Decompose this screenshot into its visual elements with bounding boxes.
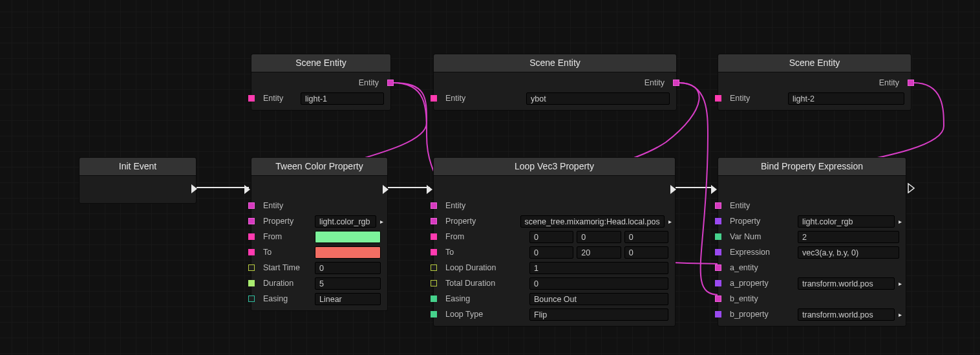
input-label: Entity [434,94,526,103]
var-num-port[interactable] [715,233,721,240]
entity-label: Entity [434,201,465,210]
entity-label: Entity [718,201,750,210]
loop-duration-field[interactable]: 1 [529,262,668,274]
easing-label: Easing [251,294,315,303]
from-color-swatch[interactable] [315,231,381,243]
b-property-field[interactable]: transform.world.pos [798,308,895,321]
flow-in-port[interactable] [711,185,717,194]
to-port[interactable] [248,249,255,255]
expression-field[interactable]: vec3(a.y, b.y, 0) [798,246,899,259]
flow-out-port[interactable] [670,185,676,194]
to-label: To [434,248,529,257]
output-label: Entity [644,78,676,87]
easing-port[interactable] [248,296,255,302]
to-x-field[interactable]: 0 [529,246,573,259]
a-property-port[interactable] [715,280,721,286]
chevron-right-icon[interactable]: ▸ [899,218,902,225]
easing-port[interactable] [431,296,437,302]
a-entity-label: a_entity [718,263,758,272]
property-port[interactable] [248,218,255,224]
node-scene-entity-3[interactable]: Scene Entity Entity Entity light-2 [718,54,911,111]
start-time-label: Start Time [251,263,315,272]
b-entity-label: b_entity [718,294,758,303]
property-port[interactable] [715,218,721,224]
a-entity-port[interactable] [715,264,721,271]
from-port[interactable] [431,233,437,240]
chevron-right-icon[interactable]: ▸ [899,280,902,287]
node-title: Init Event [80,158,196,176]
property-field[interactable]: light.color_rgb [798,215,895,228]
expression-label: Expression [718,248,798,257]
loop-type-field[interactable]: Flip [529,308,668,321]
start-time-port[interactable] [248,264,255,271]
node-title: Scene Entity [251,54,390,72]
entity-input-port[interactable] [431,95,437,102]
node-scene-entity-1[interactable]: Scene Entity Entity Entity light-1 [251,54,391,111]
input-label: Entity [251,94,301,103]
property-field[interactable]: scene_tree.mixamorig:Head.local.pos [520,215,665,228]
flow-out-port[interactable] [908,183,915,193]
easing-label: Easing [434,294,529,303]
node-tween-color-property[interactable]: Tween Color Property Entity Property lig… [251,157,388,311]
to-y-field[interactable]: 20 [577,246,621,259]
duration-port[interactable] [248,280,255,286]
flow-in-port[interactable] [427,185,432,194]
to-color-swatch[interactable] [315,246,381,259]
property-field[interactable]: light.color_rgb [315,215,376,228]
chevron-right-icon[interactable]: ▸ [899,311,902,318]
flow-in-port[interactable] [244,185,250,194]
node-loop-vec3-property[interactable]: Loop Vec3 Property Entity Property scene… [433,157,676,327]
entity-input-port[interactable] [715,95,721,102]
expression-port[interactable] [715,249,721,255]
loop-duration-port[interactable] [431,264,437,271]
var-num-field[interactable]: 2 [798,231,899,243]
property-port[interactable] [431,218,437,224]
node-scene-entity-2[interactable]: Scene Entity Entity Entity ybot [433,54,677,111]
to-label: To [251,248,315,257]
property-label: Property [251,217,315,226]
b-property-label: b_property [718,310,798,319]
node-graph-canvas[interactable]: Init Event Scene Entity Entity Entity li… [0,0,980,355]
b-entity-port[interactable] [715,296,721,302]
node-title: Scene Entity [718,54,911,72]
entity-output-port[interactable] [908,80,914,86]
entity-port[interactable] [248,202,255,209]
flow-out-port[interactable] [383,185,389,194]
b-property-port[interactable] [715,311,721,317]
flow-out-port[interactable] [191,184,197,193]
to-z-field[interactable]: 0 [624,246,668,259]
entity-value-field[interactable]: light-1 [301,92,384,105]
chevron-right-icon[interactable]: ▸ [380,218,383,225]
entity-label: Entity [251,201,283,210]
chevron-right-icon[interactable]: ▸ [668,218,672,225]
entity-value-field[interactable]: light-2 [788,92,904,105]
from-z-field[interactable]: 0 [624,231,668,243]
total-duration-port[interactable] [431,280,437,286]
loop-type-port[interactable] [431,311,437,317]
loop-duration-label: Loop Duration [434,263,529,272]
output-label: Entity [879,78,911,87]
to-port[interactable] [431,249,437,255]
entity-port[interactable] [715,202,721,209]
from-y-field[interactable]: 0 [577,231,621,243]
total-duration-field[interactable]: 0 [529,277,668,290]
from-label: From [251,232,315,241]
easing-field[interactable]: Bounce Out [529,293,668,305]
a-property-label: a_property [718,279,798,288]
loop-type-label: Loop Type [434,310,529,319]
a-property-field[interactable]: transform.world.pos [798,277,895,290]
node-init-event[interactable]: Init Event [79,157,197,204]
duration-field[interactable]: 5 [315,277,381,290]
from-x-field[interactable]: 0 [529,231,573,243]
entity-port[interactable] [431,202,437,209]
node-bind-property-expression[interactable]: Bind Property Expression Entity Property… [718,157,906,327]
entity-output-port[interactable] [387,80,394,86]
entity-value-field[interactable]: ybot [526,92,670,105]
entity-output-port[interactable] [673,80,679,86]
start-time-field[interactable]: 0 [315,262,381,274]
easing-field[interactable]: Linear [315,293,381,305]
entity-input-port[interactable] [248,95,255,102]
node-title: Loop Vec3 Property [434,158,675,176]
property-label: Property [434,217,520,226]
from-port[interactable] [248,233,255,240]
